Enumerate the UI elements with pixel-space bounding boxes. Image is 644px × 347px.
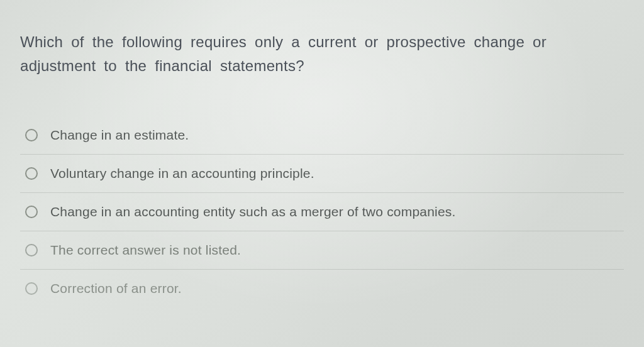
option-row[interactable]: Correction of an error. bbox=[20, 269, 624, 307]
radio-icon[interactable] bbox=[25, 167, 38, 180]
option-label: Change in an estimate. bbox=[50, 128, 189, 143]
option-label: Correction of an error. bbox=[50, 281, 182, 296]
option-row[interactable]: Change in an estimate. bbox=[20, 116, 624, 154]
radio-icon[interactable] bbox=[25, 129, 38, 141]
option-row[interactable]: The correct answer is not listed. bbox=[20, 231, 624, 269]
option-label: The correct answer is not listed. bbox=[50, 243, 241, 258]
radio-icon[interactable] bbox=[25, 244, 38, 256]
option-label: Change in an accounting entity such as a… bbox=[50, 204, 456, 219]
options-container: Change in an estimate. Voluntary change … bbox=[20, 116, 624, 307]
radio-icon[interactable] bbox=[25, 282, 38, 295]
radio-icon[interactable] bbox=[25, 206, 38, 218]
option-row[interactable]: Voluntary change in an accounting princi… bbox=[20, 154, 624, 192]
option-row[interactable]: Change in an accounting entity such as a… bbox=[20, 192, 624, 231]
question-text: Which of the following requires only a c… bbox=[20, 30, 624, 79]
option-label: Voluntary change in an accounting princi… bbox=[50, 166, 314, 181]
